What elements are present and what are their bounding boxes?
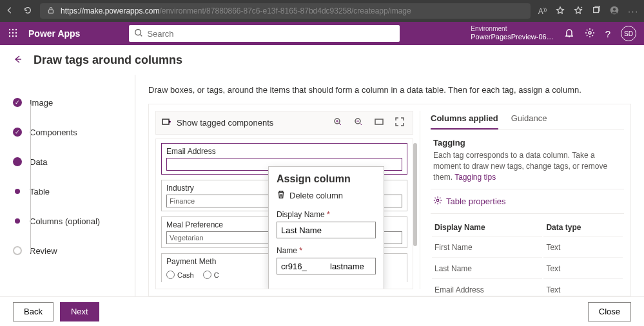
environment-picker[interactable]: Environment PowerPagesPreview-06…	[471, 25, 553, 41]
waffle-icon[interactable]	[8, 28, 18, 40]
svg-point-9	[15, 32, 17, 33]
browser-chrome: https://make.powerapps.com/environment/8…	[0, 0, 644, 22]
browser-back-icon[interactable]	[5, 6, 14, 17]
payment-cash-radio[interactable]: Cash	[166, 271, 194, 279]
svg-point-13	[135, 29, 141, 35]
lock-icon	[46, 6, 55, 17]
delete-column-button[interactable]: Delete column	[277, 190, 376, 201]
instruction-text: Draw boxes, or tags, around the items th…	[148, 85, 631, 95]
svg-point-4	[9, 28, 10, 30]
form-preview-canvas[interactable]: Email Address Industry Finance Meal Pref…	[155, 139, 413, 289]
profile-icon[interactable]	[610, 6, 619, 17]
fit-icon[interactable]	[371, 115, 387, 130]
show-tagged-toggle[interactable]: Show tagged components	[177, 118, 273, 128]
payment-other-radio[interactable]: C	[203, 271, 219, 279]
step-table[interactable]: Table	[13, 177, 135, 206]
assign-column-popup: Assign column Delete column Display Name…	[268, 166, 384, 289]
step-image[interactable]: Image	[13, 88, 135, 117]
address-bar[interactable]: https://make.powerapps.com/environment/8…	[40, 3, 531, 19]
svg-point-11	[12, 35, 14, 36]
avatar[interactable]: SD	[621, 26, 636, 41]
table-row[interactable]: Email AddressText	[432, 280, 623, 296]
step-components[interactable]: Components	[13, 117, 135, 147]
search-input[interactable]	[147, 29, 395, 39]
trash-icon	[277, 190, 286, 201]
next-button[interactable]: Next	[60, 302, 99, 321]
search-box[interactable]	[129, 25, 400, 42]
notifications-icon[interactable]	[564, 28, 574, 40]
stepper-rail: Image Components Data Table Columns (opt…	[0, 75, 135, 296]
svg-point-3	[613, 8, 616, 10]
settings-icon[interactable]	[585, 28, 595, 40]
step-columns[interactable]: Columns (optional)	[13, 206, 135, 236]
svg-point-12	[15, 35, 17, 36]
tag-icon	[161, 117, 171, 129]
zoom-in-icon[interactable]	[330, 115, 346, 130]
favorite-icon[interactable]	[556, 6, 565, 17]
search-icon	[134, 28, 143, 39]
svg-rect-15	[162, 119, 169, 124]
tagging-body: Each tag corresponds to a data column. T…	[433, 150, 621, 182]
favorites-bar-icon[interactable]	[574, 6, 583, 17]
help-icon[interactable]: ?	[605, 28, 610, 39]
app-header: Power Apps Environment PowerPagesPreview…	[0, 22, 644, 45]
browser-refresh-icon[interactable]	[23, 6, 32, 17]
zoom-out-icon[interactable]	[351, 115, 366, 130]
back-button[interactable]: Back	[13, 302, 54, 321]
fullscreen-icon[interactable]	[392, 115, 407, 130]
footer-bar: Back Next Close	[0, 296, 644, 326]
tagging-heading: Tagging	[433, 138, 621, 148]
gear-icon	[433, 196, 442, 207]
svg-rect-1	[594, 7, 599, 12]
canvas-toolbar: Show tagged components	[155, 111, 413, 135]
svg-point-7	[9, 32, 10, 33]
tagging-tips-link[interactable]: Tagging tips	[454, 173, 496, 182]
url-host: https://make.powerapps.com	[61, 6, 159, 15]
th-data-type: Data type	[543, 219, 623, 236]
close-button[interactable]: Close	[588, 302, 631, 321]
tab-guidance[interactable]: Guidance	[511, 111, 547, 129]
table-row[interactable]: First NameText	[432, 238, 623, 258]
collections-icon[interactable]	[592, 6, 601, 17]
page-title-bar: Draw tags around columns	[0, 45, 644, 75]
display-name-input[interactable]	[277, 222, 376, 238]
name-label: Name *	[277, 246, 376, 255]
app-name[interactable]: Power Apps	[28, 28, 80, 39]
url-path: /environment/87880866-87c6-e13f-8165-87b…	[159, 6, 411, 15]
svg-point-14	[589, 32, 591, 34]
tab-columns-applied[interactable]: Columns applied	[431, 111, 498, 129]
svg-point-5	[12, 28, 14, 30]
table-row[interactable]: Last NameText	[432, 259, 623, 279]
scrollbar[interactable]	[413, 143, 417, 246]
display-name-label: Display Name *	[277, 210, 376, 219]
svg-point-8	[12, 32, 14, 33]
svg-point-10	[9, 35, 10, 36]
page-title: Draw tags around columns	[34, 53, 182, 67]
svg-rect-0	[49, 10, 54, 13]
popup-title: Assign column	[277, 173, 376, 185]
svg-point-19	[436, 200, 439, 202]
table-properties-link[interactable]: Table properties	[431, 189, 624, 214]
read-aloud-icon[interactable]: A))	[538, 6, 547, 16]
svg-point-6	[15, 28, 17, 30]
name-input[interactable]	[326, 258, 375, 274]
columns-table: Display Name Data type First NameText La…	[431, 218, 624, 296]
step-data[interactable]: Data	[13, 147, 135, 177]
step-review[interactable]: Review	[13, 236, 135, 265]
back-arrow-icon[interactable]	[13, 54, 23, 66]
right-panel: Columns applied Guidance Tagging Each ta…	[420, 111, 624, 289]
svg-rect-18	[375, 119, 383, 124]
name-prefix	[277, 258, 326, 274]
more-icon[interactable]: ···	[628, 6, 639, 16]
th-display-name: Display Name	[432, 219, 542, 236]
